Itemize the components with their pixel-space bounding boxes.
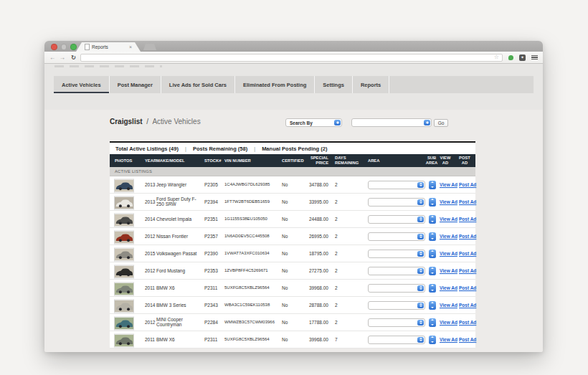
vehicle-make-model: BMW X6 <box>156 285 199 291</box>
view-ad-link[interactable]: View Ad <box>440 268 457 274</box>
area-select[interactable] <box>368 215 425 224</box>
area-select[interactable] <box>368 181 425 189</box>
sub-area-select[interactable] <box>429 267 436 275</box>
tab-post-manager[interactable]: Post Manager <box>110 76 161 93</box>
car-photo-icon <box>114 299 134 313</box>
sub-area-select[interactable] <box>429 284 436 293</box>
post-ad-link[interactable]: Post Ad <box>459 285 476 291</box>
car-photo-icon <box>114 282 134 295</box>
search-by-select[interactable]: Search By <box>285 118 342 127</box>
back-icon[interactable]: ← <box>49 54 56 61</box>
vehicle-certified: No <box>282 182 288 188</box>
post-ad-link[interactable]: Post Ad <box>459 251 476 257</box>
vehicle-special-price: 27275.00 <box>300 268 328 274</box>
browser-tab[interactable]: Reports × <box>76 42 141 52</box>
view-ad-link[interactable]: View Ad <box>440 199 457 205</box>
car-photo-icon <box>114 333 134 347</box>
tab-reports[interactable]: Reports <box>353 76 389 93</box>
vehicle-photo-thumbnail[interactable] <box>114 299 133 311</box>
close-window-button[interactable] <box>51 44 57 50</box>
vehicle-special-price: 17788.00 <box>300 320 328 326</box>
vehicle-special-price: 18795.00 <box>300 251 328 257</box>
post-ad-link[interactable]: Post Ad <box>459 268 476 274</box>
vehicle-stock-number: P2343 <box>204 303 218 308</box>
view-ad-link[interactable]: View Ad <box>440 303 457 308</box>
vehicle-photo-thumbnail[interactable] <box>114 179 133 191</box>
vehicle-stock-number: P2305 <box>204 182 218 188</box>
listings-card: Total Active Listings (49) | Posts Remai… <box>110 141 475 348</box>
vehicle-row: 2013 Ford Super Duty F-250 SRW P2394 1FT… <box>110 194 475 211</box>
tab-title: Reports <box>92 44 127 49</box>
area-select[interactable] <box>368 336 425 344</box>
tab-live-ads-for-sold-cars[interactable]: Live Ads for Sold Cars <box>161 76 235 93</box>
sub-area-select[interactable] <box>429 301 436 310</box>
view-ad-link[interactable]: View Ad <box>440 285 457 291</box>
view-ad-link[interactable]: View Ad <box>440 182 457 188</box>
area-select[interactable] <box>368 250 425 258</box>
reload-icon[interactable]: ↻ <box>71 54 76 61</box>
tab-eliminated-from-posting[interactable]: Eliminated From Posting <box>235 76 315 93</box>
pin-extension-icon[interactable] <box>508 55 513 60</box>
vehicle-certified: No <box>282 251 288 257</box>
vehicle-stock-number: P2353 <box>204 268 218 274</box>
vehicle-photo-thumbnail[interactable] <box>114 316 133 328</box>
tab-active-vehicles[interactable]: Active Vehicles <box>54 76 110 93</box>
post-ad-link[interactable]: Post Ad <box>459 217 476 222</box>
new-tab-button[interactable] <box>143 44 156 50</box>
area-select[interactable] <box>368 267 425 275</box>
vehicle-photo-thumbnail[interactable] <box>114 230 133 242</box>
minimize-window-button[interactable] <box>61 44 67 50</box>
vehicle-photo-thumbnail[interactable] <box>114 247 133 260</box>
view-ad-link[interactable]: View Ad <box>440 337 457 343</box>
post-ad-link[interactable]: Post Ad <box>459 303 476 308</box>
vehicle-row: 2012 Nissan Frontier P2357 1N6AD0EV5CC44… <box>110 228 475 245</box>
bookmark-star-icon[interactable]: ☆ <box>494 54 499 60</box>
stat-manual-posts-pending: Manual Posts Pending (2) <box>262 146 327 152</box>
area-select[interactable] <box>368 232 425 241</box>
vehicle-year: 2012 <box>145 320 155 326</box>
area-select[interactable] <box>368 198 425 207</box>
post-ad-link[interactable]: Post Ad <box>459 199 476 205</box>
post-ad-link[interactable]: Post Ad <box>459 182 476 188</box>
view-ad-link[interactable]: View Ad <box>440 320 457 326</box>
view-ad-link[interactable]: View Ad <box>440 234 457 239</box>
browser-menu-icon[interactable] <box>531 55 538 60</box>
area-select[interactable] <box>368 284 425 293</box>
car-photo-icon <box>114 196 134 209</box>
app-tab-bar: Active Vehicles Post Manager Live Ads fo… <box>54 76 534 93</box>
sub-area-select[interactable] <box>429 232 436 241</box>
view-ad-link[interactable]: View Ad <box>440 251 457 257</box>
vehicle-days-remaining: 2 <box>335 268 338 274</box>
vehicle-days-remaining: 2 <box>335 199 338 205</box>
post-ad-link[interactable]: Post Ad <box>459 234 476 239</box>
vehicle-photo-thumbnail[interactable] <box>114 282 133 294</box>
zoom-window-button[interactable] <box>70 44 77 50</box>
vehicle-days-remaining: 2 <box>335 303 338 308</box>
browser-titlebar: Reports × <box>44 41 543 52</box>
search-filter-select[interactable] <box>351 118 432 127</box>
url-bar[interactable]: ☆ <box>80 54 503 62</box>
post-ad-link[interactable]: Post Ad <box>459 337 476 343</box>
sub-area-select[interactable] <box>429 336 436 344</box>
sub-area-select[interactable] <box>429 181 436 189</box>
go-button[interactable]: Go <box>434 119 448 127</box>
sub-area-select[interactable] <box>429 198 436 207</box>
vehicle-days-remaining: 2 <box>335 234 338 239</box>
forward-icon[interactable]: → <box>60 54 66 61</box>
vehicle-photo-thumbnail[interactable] <box>114 265 133 277</box>
vehicle-photo-thumbnail[interactable] <box>114 213 133 225</box>
vehicle-photo-thumbnail[interactable] <box>114 196 133 208</box>
section-label: ACTIVE LISTINGS <box>115 169 152 174</box>
area-select[interactable] <box>368 301 425 310</box>
sub-area-select[interactable] <box>429 318 436 327</box>
post-ad-link[interactable]: Post Ad <box>459 320 476 326</box>
tab-close-icon[interactable]: × <box>129 44 132 49</box>
tab-settings[interactable]: Settings <box>315 76 353 93</box>
sub-area-select[interactable] <box>429 215 436 224</box>
sub-area-select[interactable] <box>429 250 436 258</box>
vehicle-photo-thumbnail[interactable] <box>114 333 133 346</box>
extension-icon[interactable]: ✦ <box>519 54 526 61</box>
area-select[interactable] <box>368 318 425 327</box>
tab-label: Settings <box>323 82 344 88</box>
view-ad-link[interactable]: View Ad <box>440 217 457 222</box>
